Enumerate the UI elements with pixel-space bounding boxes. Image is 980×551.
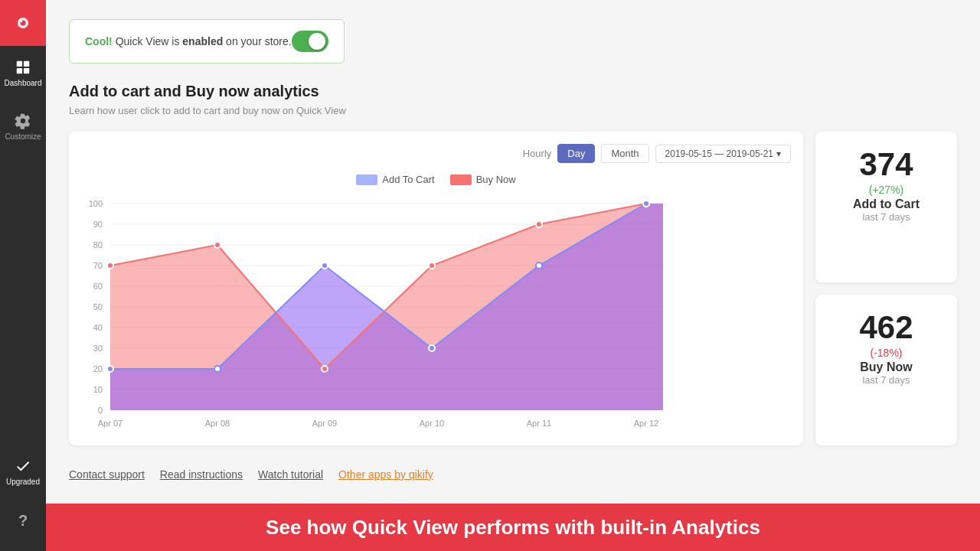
- toggle-message2: on your store.: [223, 35, 292, 47]
- sidebar-item-dashboard-label: Dashboard: [5, 79, 42, 87]
- svg-rect-4: [17, 60, 22, 66]
- analytics-title: Add to cart and Buy now analytics: [69, 83, 957, 100]
- svg-text:Apr 09: Apr 09: [312, 419, 337, 428]
- svg-text:10: 10: [93, 385, 103, 394]
- buy-now-point-2: [322, 366, 328, 372]
- svg-text:Apr 12: Apr 12: [634, 419, 658, 428]
- legend-add-to-cart: Add To Cart: [356, 174, 434, 185]
- chart-svg: 100 90 80 70 60 50 40 30 20 10 0: [81, 193, 678, 430]
- toggle-banner-text: Cool! Quick View is enabled on your stor…: [85, 35, 292, 47]
- legend-color-add-to-cart: [356, 174, 377, 185]
- add-to-cart-period: last 7 days: [828, 211, 945, 223]
- svg-rect-6: [17, 67, 22, 73]
- stat-card-buy-now: 462 (-18%) Buy Now last 7 days: [815, 295, 957, 445]
- buy-now-number: 462: [828, 310, 945, 345]
- add-to-cart-point-4: [536, 262, 542, 269]
- enabled-text: enabled: [182, 35, 223, 47]
- main-content: Cool! Quick View is enabled on your stor…: [46, 0, 980, 551]
- chart-container: Hourly Day Month 2019-05-15 — 2019-05-21…: [69, 132, 803, 445]
- svg-text:60: 60: [93, 282, 103, 291]
- toggle-thumb: [309, 33, 325, 50]
- help-icon: ?: [18, 512, 28, 530]
- add-to-cart-point-1: [214, 366, 220, 372]
- chart-legend: Add To Cart Buy Now: [81, 174, 791, 185]
- sidebar-logo[interactable]: [0, 0, 46, 46]
- sidebar-item-help[interactable]: ?: [0, 497, 46, 543]
- add-to-cart-number: 374: [828, 147, 945, 182]
- sidebar-item-upgraded[interactable]: Upgraded: [0, 448, 46, 494]
- svg-point-3: [21, 21, 22, 22]
- svg-rect-7: [24, 67, 29, 73]
- add-to-cart-point-5: [643, 201, 649, 207]
- svg-text:Apr 08: Apr 08: [205, 419, 230, 428]
- contact-support-link[interactable]: Contact support: [69, 468, 145, 481]
- date-range-button[interactable]: 2019-05-15 — 2019-05-21 ▾: [655, 145, 791, 163]
- bottom-banner-text: See how Quick View performs with built-i…: [266, 516, 760, 540]
- read-instructions-link[interactable]: Read instructions: [160, 468, 243, 481]
- sidebar-item-customize-label: Customize: [5, 132, 41, 141]
- buy-now-point-4: [536, 221, 542, 227]
- svg-text:40: 40: [93, 323, 103, 332]
- chart-svg-wrapper: 100 90 80 70 60 50 40 30 20 10 0: [81, 193, 791, 433]
- add-to-cart-change: (+27%): [828, 184, 945, 196]
- check-icon: [15, 458, 31, 474]
- sidebar-item-dashboard[interactable]: Dashboard: [0, 46, 46, 99]
- watch-tutorial-link[interactable]: Watch tutorial: [258, 468, 323, 481]
- chevron-down-icon: ▾: [776, 148, 781, 159]
- legend-label-add-to-cart: Add To Cart: [382, 174, 434, 185]
- bottom-banner: See how Quick View performs with built-i…: [46, 504, 980, 551]
- dashboard-icon: [15, 59, 31, 76]
- stat-card-add-to-cart: 374 (+27%) Add to Cart last 7 days: [815, 132, 957, 282]
- buy-now-period: last 7 days: [828, 374, 945, 386]
- legend-label-buy-now: Buy Now: [476, 174, 516, 185]
- eye-icon: [11, 11, 35, 35]
- buy-now-change: (-18%): [828, 347, 945, 359]
- gear-icon: [15, 112, 31, 129]
- analytics-subtitle: Learn how user click to add to cart and …: [69, 105, 957, 116]
- svg-text:Apr 10: Apr 10: [420, 419, 444, 428]
- month-button[interactable]: Month: [601, 144, 648, 163]
- chart-area: Hourly Day Month 2019-05-15 — 2019-05-21…: [69, 132, 957, 445]
- svg-text:0: 0: [98, 406, 103, 415]
- sidebar: Dashboard Customize Upgraded ?: [0, 0, 46, 551]
- buy-now-point-0: [107, 262, 113, 269]
- add-to-cart-point-2: [322, 262, 328, 269]
- sidebar-bottom: Upgraded ?: [0, 448, 46, 551]
- add-to-cart-label: Add to Cart: [828, 197, 945, 211]
- content-area: Cool! Quick View is enabled on your stor…: [46, 0, 980, 504]
- footer-links: Contact support Read instructions Watch …: [69, 461, 957, 492]
- legend-buy-now: Buy Now: [450, 174, 516, 185]
- svg-text:20: 20: [93, 364, 103, 373]
- other-apps-link[interactable]: Other apps by qikify: [338, 468, 433, 481]
- toggle-message: Quick View is: [113, 35, 183, 47]
- hourly-label: Hourly: [523, 148, 552, 159]
- sidebar-item-customize[interactable]: Customize: [0, 99, 46, 153]
- svg-text:80: 80: [93, 240, 103, 249]
- toggle-banner: Cool! Quick View is enabled on your stor…: [69, 19, 345, 64]
- svg-text:50: 50: [93, 302, 103, 311]
- svg-text:100: 100: [89, 199, 103, 208]
- day-button[interactable]: Day: [557, 144, 595, 163]
- buy-now-point-1: [214, 242, 220, 248]
- date-range-text: 2019-05-15 — 2019-05-21: [665, 148, 773, 159]
- stats-cards: 374 (+27%) Add to Cart last 7 days 462 (…: [815, 132, 957, 445]
- svg-text:30: 30: [93, 344, 103, 353]
- svg-rect-5: [24, 60, 29, 66]
- add-to-cart-point-0: [107, 366, 113, 372]
- svg-text:70: 70: [93, 261, 103, 270]
- buy-now-label: Buy Now: [828, 360, 945, 374]
- add-to-cart-point-3: [429, 345, 435, 351]
- legend-color-buy-now: [450, 174, 472, 185]
- cool-text: Cool!: [85, 35, 113, 47]
- svg-text:Apr 07: Apr 07: [98, 419, 122, 428]
- svg-text:90: 90: [93, 220, 103, 229]
- svg-text:Apr 11: Apr 11: [527, 419, 551, 428]
- chart-controls: Hourly Day Month 2019-05-15 — 2019-05-21…: [81, 144, 791, 163]
- enable-toggle[interactable]: [292, 31, 328, 52]
- buy-now-point-3: [429, 262, 435, 269]
- upgraded-label: Upgraded: [6, 478, 40, 486]
